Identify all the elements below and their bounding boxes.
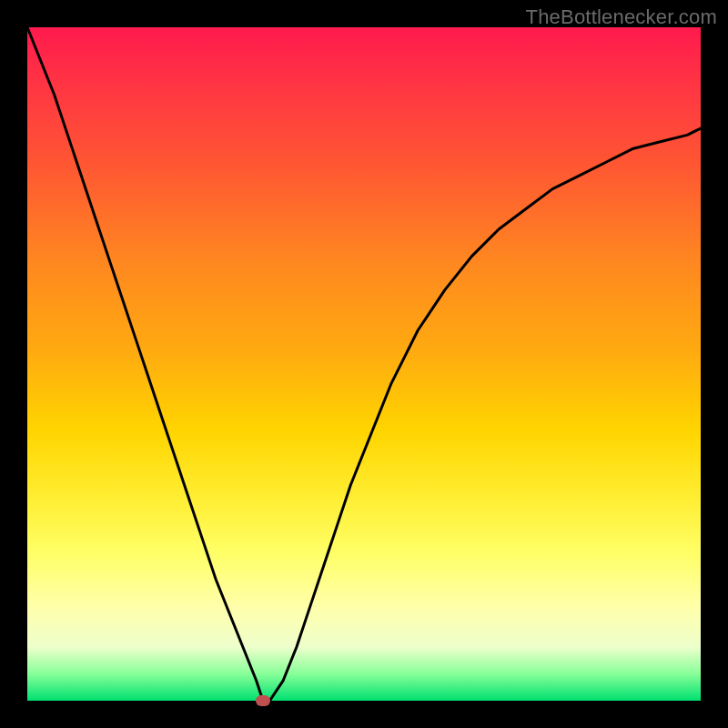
chart-frame: TheBottlenecker.com: [0, 0, 728, 728]
plot-area: [27, 27, 701, 701]
bottleneck-curve: [27, 27, 701, 701]
watermark-text: TheBottlenecker.com: [526, 5, 717, 29]
optimum-marker: [256, 695, 270, 706]
